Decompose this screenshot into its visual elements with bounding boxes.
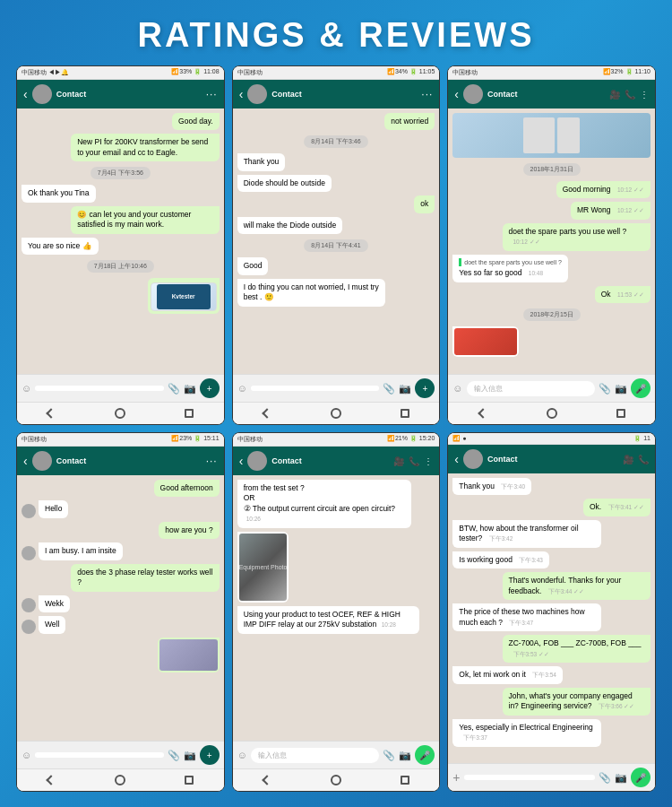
dots-menu-4[interactable]: ··· [206, 455, 218, 467]
date-div-s2-1: 8月14日 下午3:46 [304, 135, 367, 148]
send-btn-4[interactable]: + [200, 745, 220, 765]
nav-home-2[interactable] [329, 406, 343, 421]
attach-icon-2[interactable]: 📎 [383, 383, 395, 395]
dots-menu-1[interactable]: ··· [206, 88, 218, 100]
call-icon-6[interactable]: 📞 [638, 455, 649, 464]
status-bar-4: 中国移动 📶23% 🔋 15:11 [17, 433, 224, 447]
avatar-6 [463, 449, 483, 469]
nav-square-2[interactable] [398, 406, 412, 421]
input-box-6[interactable] [464, 775, 595, 780]
msg-out-img-s4 [158, 638, 220, 672]
back-icon-5[interactable]: ‹ [239, 454, 244, 468]
chat-input-3[interactable]: ☺ 输入信息 📎 📷 🎤 [448, 374, 655, 402]
date-div-s3-2: 2018年2月15日 [523, 308, 581, 321]
chat-input-4[interactable]: ☺ 📎 📷 + [17, 741, 224, 768]
nav-square-4[interactable] [182, 773, 196, 787]
msg-in-s2-3: will make the Diode outside [237, 217, 342, 234]
nav-back-3[interactable] [476, 406, 490, 421]
attach-icon-4[interactable]: 📎 [168, 750, 180, 761]
chat-input-6[interactable]: + 📎 📷 🎤 [448, 763, 655, 791]
battery-3: 📶32% 🔋 11:10 [603, 68, 650, 77]
nav-back-4[interactable] [44, 773, 58, 787]
nav-back-2[interactable] [260, 406, 274, 421]
msg-out-s3-2: MR Wong 10:12 ✓✓ [571, 202, 650, 219]
msg-product-1: Kvtester [148, 278, 220, 314]
chat-area-5: from the test set ?OR② The output curren… [233, 475, 440, 741]
back-icon-2[interactable]: ‹ [239, 87, 244, 101]
msg-in-s2-5: I do thing you can not worried, I must t… [237, 279, 386, 307]
back-icon-6[interactable]: ‹ [454, 452, 459, 466]
send-btn-1[interactable]: + [200, 378, 220, 398]
dots-menu-2[interactable]: ··· [421, 88, 433, 100]
send-btn-6[interactable]: 🎤 [631, 768, 650, 787]
chat-input-2[interactable]: ☺ 📎 📷 + [233, 374, 440, 402]
attach-icon-5[interactable]: 📎 [383, 750, 395, 761]
msg-in-s4-2: I am busy. I am insite [22, 542, 220, 560]
chat-header-6[interactable]: ‹ Contact 🎥 📞 [448, 445, 655, 473]
attach-icon-3[interactable]: 📎 [599, 383, 611, 395]
chat-area-3: 2018年1月31日 Good morning 10:12 ✓✓ MR Wong… [448, 108, 655, 374]
msg-out-s6-3: ZC-700A, FOB ___ ZC-700B, FOB ___ 下午3:53… [503, 635, 651, 663]
chat-header-3[interactable]: ‹ Contact 🎥 📞 ⋮ [448, 80, 655, 108]
back-icon-1[interactable]: ‹ [23, 87, 28, 101]
nav-square-5[interactable] [398, 773, 412, 787]
nav-square-3[interactable] [614, 406, 628, 421]
nav-back-5[interactable] [260, 773, 274, 787]
chat-header-5[interactable]: ‹ Contact 🎥 📞 ⋮ [233, 447, 440, 475]
back-icon-3[interactable]: ‹ [454, 87, 459, 101]
video-icon-5[interactable]: 🎥 [393, 456, 404, 466]
call-icon-3[interactable]: 📞 [625, 90, 635, 100]
nav-home-4[interactable] [113, 773, 127, 787]
nav-home-3[interactable] [545, 406, 559, 421]
input-box-2[interactable] [251, 386, 379, 391]
emoji-icon-3[interactable]: ☺ [452, 383, 462, 394]
nav-back-1[interactable] [44, 406, 58, 421]
header-icons-3: 🎥 📞 ⋮ [609, 90, 649, 100]
emoji-icon-2[interactable]: ☺ [237, 383, 247, 394]
call-icon-5[interactable]: 📞 [409, 456, 419, 466]
camera-icon-5[interactable]: 📷 [399, 750, 411, 761]
nav-home-5[interactable] [329, 773, 343, 787]
camera-icon-1[interactable]: 📷 [184, 383, 196, 395]
attach-icon-6[interactable]: 📎 [599, 772, 611, 784]
add-icon-6[interactable]: + [452, 770, 460, 785]
input-box-3[interactable]: 输入信息 [467, 381, 595, 396]
input-box-4[interactable] [35, 752, 163, 758]
emoji-icon-4[interactable]: ☺ [22, 750, 31, 760]
send-btn-2[interactable]: + [415, 378, 435, 398]
carrier-2: 中国移动 [237, 68, 263, 77]
status-bar-1: 中国移动 ◀▶🔔 📶33% 🔋 11:08 [17, 66, 224, 80]
input-box-5[interactable]: 输入信息 [251, 748, 379, 763]
emoji-icon-5[interactable]: ☺ [237, 750, 247, 760]
camera-icon-3[interactable]: 📷 [615, 383, 627, 395]
chat-input-5[interactable]: ☺ 输入信息 📎 📷 🎤 [233, 741, 440, 768]
carrier-3: 中国移动 [452, 68, 478, 77]
carrier-5: 中国移动 [237, 435, 263, 444]
camera-icon-6[interactable]: 📷 [615, 772, 627, 784]
chat-header-2[interactable]: ‹ Contact ··· [233, 80, 440, 108]
camera-icon-2[interactable]: 📷 [399, 383, 411, 395]
send-btn-5[interactable]: 🎤 [415, 745, 435, 765]
emoji-icon-1[interactable]: ☺ [22, 383, 31, 394]
input-box-1[interactable] [35, 386, 163, 391]
nav-home-1[interactable] [113, 406, 127, 421]
nav-bar-2 [233, 402, 440, 424]
dots-icon-3[interactable]: ⋮ [640, 90, 649, 100]
status-bar-3: 中国移动 📶32% 🔋 11:10 [448, 66, 655, 80]
video-icon-6[interactable]: 🎥 [623, 455, 633, 464]
phone-screen-3: 中国移动 📶32% 🔋 11:10 ‹ Contact 🎥 📞 ⋮ 2018年1… [447, 65, 656, 425]
chat-area-4: Good afternoon Hello how are you ? I am … [17, 475, 224, 741]
video-icon-3[interactable]: 🎥 [609, 90, 620, 100]
chat-input-1[interactable]: ☺ 📎 📷 + [17, 374, 224, 402]
nav-square-1[interactable] [182, 406, 196, 421]
send-btn-3[interactable]: 🎤 [631, 378, 650, 398]
back-icon-4[interactable]: ‹ [23, 454, 28, 468]
msg-in-s4-4: Well [22, 616, 220, 633]
chat-header-4[interactable]: ‹ Contact ··· [17, 447, 224, 475]
camera-icon-4[interactable]: 📷 [184, 750, 196, 761]
msg-out-s3-1: Good morning 10:12 ✓✓ [556, 181, 650, 198]
chat-header-1[interactable]: ‹ Contact ··· [17, 80, 224, 108]
chat-area-6: Thank you 下午3:40 Ok. 下午3:41 ✓✓ BTW, how … [448, 473, 655, 763]
attach-icon-1[interactable]: 📎 [168, 383, 180, 395]
dots-icon-5[interactable]: ⋮ [424, 456, 433, 466]
